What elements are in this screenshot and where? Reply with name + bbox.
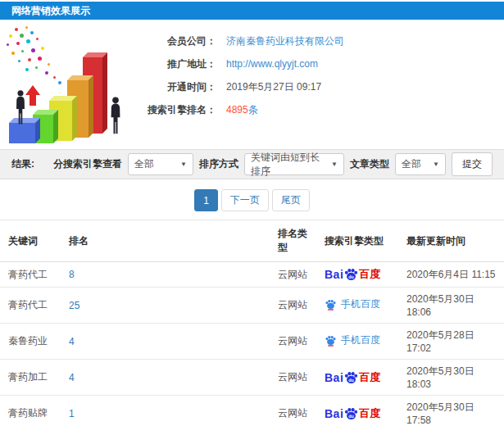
rank-type-cell: 云网站 — [273, 396, 320, 426]
baidu-pc-logo: Baidu百度 — [325, 406, 380, 421]
engine-select[interactable]: 全部 ▼ — [128, 153, 193, 175]
ranking-count-unit: 条 — [248, 104, 258, 116]
article-type-select-value: 全部 — [402, 157, 421, 171]
pagination: 1 下一页 尾页 — [0, 189, 504, 211]
rank-type-cell: 云网站 — [273, 324, 320, 360]
rank-link[interactable]: 1 — [69, 408, 75, 419]
ranking-count-row: 搜索引擎排名： 4895条 — [126, 98, 344, 121]
update-time-cell: 2020年5月30日 17:58 — [402, 396, 504, 426]
rank-type-cell: 云网站 — [273, 288, 320, 324]
table-row: 膏药贴牌 1 云网站 Baidu百度 2020年5月30日 17:58 — [0, 396, 504, 426]
businessman-left-icon — [12, 90, 29, 125]
engine-filter-label: 分搜索引擎查看 — [53, 157, 122, 171]
next-page-button[interactable]: 下一页 — [221, 189, 269, 211]
mobile-baidu-logo: 手机百度 — [325, 333, 380, 347]
baidu-pc-logo: Baidu百度 — [325, 267, 380, 282]
company-info-section: 会员公司： 济南秦鲁药业科技有限公司 推广地址： http://www.qlyy… — [0, 20, 504, 149]
col-update-time: 最新更新时间 — [402, 220, 504, 262]
sort-select[interactable]: 关键词由短到长排序 ▼ — [244, 153, 344, 175]
table-row: 膏药代工 8 云网站 Baidu百度 2020年6月4日 11:15 — [0, 262, 504, 288]
engine-select-value: 全部 — [134, 157, 154, 171]
baidu-paw-icon: du — [343, 407, 359, 420]
keyword-cell: 膏药代工 — [0, 288, 64, 324]
keyword-cell: 膏药贴牌 — [0, 396, 64, 426]
bar-chart-illustration — [3, 25, 143, 149]
open-time-row: 开通时间： 2019年5月27日 09:17 — [126, 75, 344, 98]
filter-bar: 结果: 分搜索引擎查看 全部 ▼ 排序方式 关键词由短到长排序 ▼ 文章类型 全… — [0, 149, 504, 179]
chevron-down-icon: ▼ — [331, 161, 338, 168]
member-company-row: 会员公司： 济南秦鲁药业科技有限公司 — [126, 29, 344, 52]
sort-filter-label: 排序方式 — [199, 157, 238, 171]
rank-type-cell: 云网站 — [273, 360, 320, 396]
chevron-down-icon: ▼ — [180, 161, 187, 168]
col-rank: 排名 — [64, 220, 273, 262]
ranking-count-value: 4895条 — [226, 103, 258, 117]
results-label: 结果: — [11, 157, 34, 171]
keyword-ranking-table: 关键词 排名 排名类型 搜索引擎类型 最新更新时间 膏药代工 8 云网站 Bai… — [0, 220, 504, 426]
promo-url-row: 推广地址： http://www.qlyyjt.com — [126, 52, 344, 75]
last-page-button[interactable]: 尾页 — [272, 189, 310, 211]
promo-url-link[interactable]: http://www.qlyyjt.com — [226, 58, 318, 70]
svg-text:du: du — [349, 413, 355, 418]
keyword-cell: 膏药代工 — [0, 262, 64, 288]
businessman-right-icon — [107, 93, 124, 138]
page-title: 网络营销效果展示 — [11, 5, 90, 16]
rank-link[interactable]: 25 — [69, 300, 79, 311]
article-type-label: 文章类型 — [350, 157, 389, 171]
update-time-cell: 2020年6月4日 11:15 — [402, 262, 504, 288]
baidu-paw-icon: du — [343, 371, 359, 384]
svg-text:du: du — [349, 274, 355, 279]
baidu-pc-logo: Baidu百度 — [325, 370, 380, 385]
company-info-fields: 会员公司： 济南秦鲁药业科技有限公司 推广地址： http://www.qlyy… — [126, 25, 344, 149]
page-1-button[interactable]: 1 — [194, 189, 218, 211]
update-time-cell: 2020年5月28日 17:02 — [402, 324, 504, 360]
table-row: 膏药加工 4 云网站 Baidu百度 2020年5月30日 18:03 — [0, 360, 504, 396]
keyword-cell: 秦鲁药业 — [0, 324, 64, 360]
mobile-baidu-paw-icon — [325, 335, 337, 347]
mobile-baidu-logo: 手机百度 — [325, 297, 380, 311]
member-company-link[interactable]: 济南秦鲁药业科技有限公司 — [226, 34, 344, 48]
table-row: 秦鲁药业 4 云网站 手机百度 2020年5月28日 17:02 — [0, 324, 504, 360]
table-row: 膏药代工 25 云网站 手机百度 2020年5月30日 18:06 — [0, 288, 504, 324]
rank-link[interactable]: 4 — [69, 336, 75, 347]
keyword-cell: 膏药加工 — [0, 360, 64, 396]
confetti-decoration — [3, 25, 69, 88]
mobile-baidu-paw-icon — [325, 299, 337, 310]
col-rank-type: 排名类型 — [273, 220, 320, 262]
rank-link[interactable]: 8 — [69, 269, 75, 280]
rank-link[interactable]: 4 — [69, 372, 75, 383]
page-header: 网络营销效果展示 — [0, 2, 504, 20]
bar-blue — [9, 123, 35, 143]
open-time-value: 2019年5月27日 09:17 — [226, 80, 321, 94]
submit-button[interactable]: 提交 — [452, 152, 493, 176]
table-header-row: 关键词 排名 排名类型 搜索引擎类型 最新更新时间 — [0, 220, 504, 262]
article-type-select[interactable]: 全部 ▼ — [395, 153, 446, 175]
svg-text:du: du — [349, 377, 355, 382]
chevron-down-icon: ▼ — [433, 161, 439, 168]
ranking-count-number: 4895 — [226, 104, 248, 116]
filter-controls: 分搜索引擎查看 全部 ▼ 排序方式 关键词由短到长排序 ▼ 文章类型 全部 ▼ … — [53, 152, 493, 176]
update-time-cell: 2020年5月30日 18:03 — [402, 360, 504, 396]
baidu-paw-icon: du — [343, 268, 359, 281]
update-time-cell: 2020年5月30日 18:06 — [402, 288, 504, 324]
sort-select-value: 关键词由短到长排序 — [251, 151, 326, 179]
col-engine-type: 搜索引擎类型 — [320, 220, 402, 262]
rank-type-cell: 云网站 — [273, 262, 320, 288]
col-keyword: 关键词 — [0, 220, 64, 262]
